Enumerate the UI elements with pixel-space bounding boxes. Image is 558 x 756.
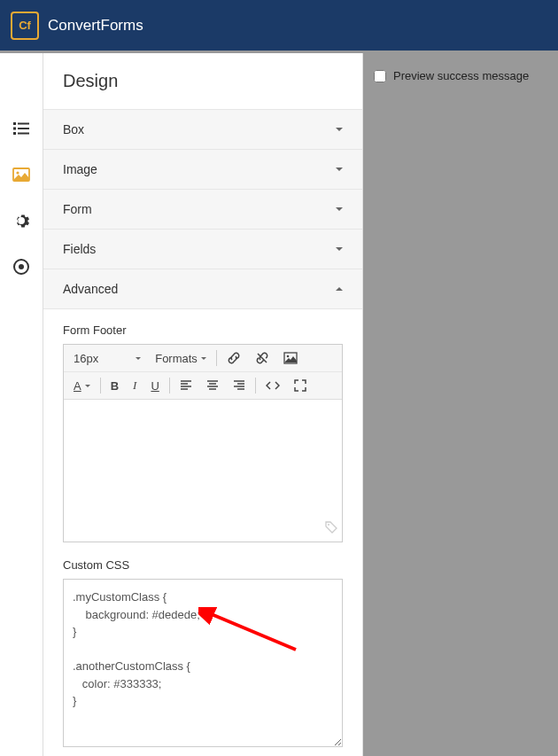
accordion-label: Box xyxy=(63,122,84,136)
underline-button[interactable]: U xyxy=(146,377,163,395)
main-area: Design Box Image Form Fields Advanced Fo… xyxy=(0,53,558,756)
link-button[interactable] xyxy=(222,348,245,368)
align-right-button[interactable] xyxy=(229,377,250,394)
accordion-label: Advanced xyxy=(63,282,118,296)
bold-button[interactable]: B xyxy=(106,377,123,395)
accordion-box[interactable]: Box xyxy=(43,110,362,150)
text-color-button[interactable]: A xyxy=(69,377,95,395)
custom-css-textarea[interactable] xyxy=(63,579,343,747)
editor-toolbar: 16px Formats xyxy=(64,345,342,400)
app-header: Cf ConvertForms xyxy=(0,0,558,53)
panel-title: Design xyxy=(43,53,362,110)
logo-initials: Cf xyxy=(19,19,31,32)
image-icon[interactable] xyxy=(12,166,30,183)
side-nav xyxy=(0,53,43,756)
gear-icon[interactable] xyxy=(12,212,30,230)
advanced-content: Form Footer 16px Formats xyxy=(43,309,362,756)
tag-icon xyxy=(324,520,338,538)
form-footer-label: Form Footer xyxy=(63,323,343,337)
chevron-down-icon xyxy=(336,247,343,251)
svg-rect-2 xyxy=(13,128,16,130)
svg-point-7 xyxy=(16,171,19,174)
accordion-form[interactable]: Form xyxy=(43,190,362,230)
svg-point-12 xyxy=(328,524,329,526)
logo-text: ConvertForms xyxy=(48,17,143,35)
accordion-advanced[interactable]: Advanced xyxy=(43,269,362,309)
svg-point-9 xyxy=(19,264,24,269)
chevron-down-icon xyxy=(85,385,90,387)
preview-success-toggle[interactable]: Preview success message xyxy=(374,69,547,82)
chevron-down-icon xyxy=(336,168,343,171)
chevron-up-icon xyxy=(336,287,343,291)
italic-button[interactable]: I xyxy=(128,376,141,395)
code-button[interactable] xyxy=(261,377,284,394)
svg-rect-3 xyxy=(18,128,29,129)
align-center-button[interactable] xyxy=(202,377,223,394)
logo-badge: Cf xyxy=(11,12,39,40)
chevron-down-icon xyxy=(201,357,206,360)
custom-css-label: Custom CSS xyxy=(63,558,343,572)
svg-rect-5 xyxy=(18,133,29,135)
preview-checkbox[interactable] xyxy=(374,70,386,82)
formats-dropdown[interactable]: Formats xyxy=(151,349,211,368)
accordion-label: Image xyxy=(63,162,97,176)
accordion-label: Fields xyxy=(63,242,96,256)
svg-rect-4 xyxy=(13,132,16,135)
list-icon[interactable] xyxy=(12,120,30,137)
chevron-down-icon xyxy=(136,357,141,360)
chevron-down-icon xyxy=(336,207,343,211)
preview-checkbox-label: Preview success message xyxy=(393,69,529,82)
svg-point-11 xyxy=(287,355,290,358)
align-left-button[interactable] xyxy=(175,377,197,394)
unlink-button[interactable] xyxy=(251,348,274,368)
preview-panel: Preview success message xyxy=(363,53,558,756)
target-icon[interactable] xyxy=(12,258,30,276)
fullscreen-button[interactable] xyxy=(290,377,311,394)
accordion-image[interactable]: Image xyxy=(43,150,362,190)
editor-content-area[interactable] xyxy=(64,400,342,542)
chevron-down-icon xyxy=(336,128,343,131)
insert-image-button[interactable] xyxy=(279,348,302,368)
formats-label: Formats xyxy=(155,352,198,365)
font-size-value: 16px xyxy=(74,352,98,365)
design-panel: Design Box Image Form Fields Advanced Fo… xyxy=(43,53,363,756)
svg-rect-1 xyxy=(18,123,29,125)
accordion-fields[interactable]: Fields xyxy=(43,230,362,269)
font-size-dropdown[interactable]: 16px xyxy=(69,349,145,368)
svg-rect-0 xyxy=(13,122,16,125)
rich-text-editor: 16px Formats xyxy=(63,344,343,542)
accordion-label: Form xyxy=(63,202,92,216)
